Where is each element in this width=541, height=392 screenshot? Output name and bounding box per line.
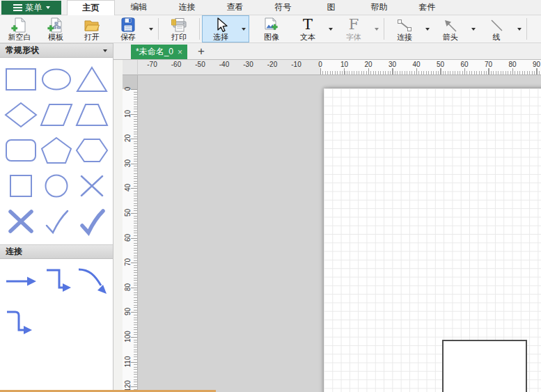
arrowhead-icon: [442, 17, 459, 33]
common-shapes-grid: [0, 58, 113, 244]
ruler-unit-label: -40: [219, 61, 229, 68]
drawn-rectangle-shape[interactable]: [442, 340, 527, 392]
select-tool-button[interactable]: 选择: [203, 16, 239, 42]
shape-library-sidebar: 常规形状 连接: [0, 43, 113, 392]
section-title: 常规形状: [6, 44, 39, 57]
connector-straight-arrow[interactable]: [4, 266, 38, 297]
save-button[interactable]: 保存: [110, 15, 146, 42]
tab-edit[interactable]: 编辑: [115, 0, 163, 15]
shape-parallelogram[interactable]: [40, 100, 74, 130]
connector-tool-group: 连接: [386, 15, 432, 42]
shape-bold-cross[interactable]: [4, 207, 38, 236]
font-dropdown[interactable]: [372, 15, 382, 42]
chevron-down-icon: [103, 49, 107, 52]
print-button[interactable]: 打印: [161, 15, 197, 42]
ruler-corner-spacer: [113, 60, 123, 75]
ruler-unit-label: -70: [147, 61, 157, 68]
document-tab-untitled[interactable]: *未命名_0 ×: [131, 45, 187, 59]
shape-ellipse[interactable]: [40, 65, 74, 94]
select-tool-group: 选择: [202, 15, 249, 42]
close-tab-icon[interactable]: ×: [178, 47, 182, 57]
template-button[interactable]: 模板: [38, 15, 74, 42]
toolbar: 新空白 模板: [0, 15, 541, 43]
shape-diamond[interactable]: [4, 100, 38, 130]
text-button-group: T 文本: [290, 15, 336, 42]
tab-kits[interactable]: 套件: [403, 0, 451, 15]
ruler-unit-label: 50: [124, 206, 132, 220]
chevron-down-icon: [517, 28, 522, 31]
connector-rounded-elbow-arrow[interactable]: [4, 308, 38, 338]
ruler-unit-label: 30: [389, 61, 396, 68]
tab-help[interactable]: 帮助: [355, 0, 403, 15]
open-label: 打开: [84, 33, 100, 42]
section-header-common-shapes[interactable]: 常规形状: [0, 43, 113, 58]
canvas-row: 0102030405060708090100110120: [113, 75, 541, 392]
connector-curved-arrow[interactable]: [75, 266, 109, 297]
ruler-unit-label: 100: [124, 330, 132, 344]
ruler-unit-label: 30: [124, 156, 132, 170]
section-header-connectors[interactable]: 连接: [0, 244, 113, 259]
drawing-canvas[interactable]: [138, 75, 541, 392]
ruler-unit-label: 40: [412, 61, 420, 68]
shape-trapezoid[interactable]: [75, 100, 109, 130]
font-button[interactable]: F 字体: [336, 15, 372, 42]
chevron-down-icon: [425, 28, 430, 31]
shape-circle[interactable]: [40, 171, 74, 201]
chevron-down-icon: [242, 28, 246, 31]
connector-elbow-arrow[interactable]: [40, 266, 74, 297]
shape-pentagon[interactable]: [40, 136, 74, 165]
vertical-ruler: 0102030405060708090100110120: [123, 75, 138, 392]
shape-triangle[interactable]: [75, 65, 109, 94]
ruler-unit-label: 110: [124, 354, 132, 368]
main-menu-button[interactable]: 菜单: [1, 1, 61, 15]
ruler-unit-label: 70: [124, 256, 132, 269]
document-page[interactable]: [324, 88, 541, 392]
connector-tool-dropdown[interactable]: [423, 15, 432, 42]
tab-symbols[interactable]: 符号: [259, 0, 307, 15]
template-icon: [47, 17, 65, 33]
ruler-unit-label: 10: [340, 61, 348, 68]
new-blank-button[interactable]: 新空白: [1, 15, 38, 42]
chevron-down-icon: [149, 28, 153, 31]
horizontal-ruler: -70-60-50-40-30-20-100102030405060708090: [138, 60, 541, 75]
ruler-unit-label: 90: [124, 305, 132, 319]
shape-bold-check[interactable]: [75, 207, 109, 236]
save-dropdown-button[interactable]: [146, 15, 156, 42]
shape-cross[interactable]: [75, 171, 109, 201]
shape-rounded-rectangle[interactable]: [4, 136, 38, 165]
new-blank-icon: [10, 17, 29, 33]
tab-home[interactable]: 主页: [67, 0, 115, 15]
connector-tool-button[interactable]: 连接: [386, 15, 423, 42]
new-document-tab-button[interactable]: +: [194, 45, 209, 59]
line-tool-button[interactable]: 线: [478, 15, 515, 42]
arrow-tool-dropdown[interactable]: [469, 15, 478, 42]
arrow-tool-button[interactable]: 箭头: [432, 15, 469, 42]
ruler-corner-box: [123, 60, 138, 75]
tab-diagram[interactable]: 图: [307, 0, 355, 15]
line-tool-dropdown[interactable]: [515, 15, 524, 42]
open-button[interactable]: 打开: [74, 15, 110, 42]
hamburger-icon: [13, 3, 22, 13]
tab-view[interactable]: 查看: [211, 0, 259, 15]
shape-hexagon[interactable]: [75, 136, 109, 165]
image-button[interactable]: 图像: [253, 15, 290, 42]
tab-connect[interactable]: 连接: [163, 0, 211, 15]
toolbar-separator: [384, 18, 384, 40]
save-label: 保存: [120, 33, 136, 42]
font-label: 字体: [346, 33, 361, 42]
text-tool-label: 文本: [300, 33, 315, 42]
document-tab-strip: *未命名_0 × +: [113, 43, 541, 60]
connector-tool-label: 连接: [397, 33, 412, 42]
shape-square[interactable]: [4, 171, 38, 201]
toolbar-separator: [526, 18, 527, 40]
ruler-unit-label: 80: [508, 61, 516, 68]
shape-check[interactable]: [40, 207, 74, 236]
select-tool-dropdown[interactable]: [239, 16, 249, 42]
diagram-app-window: 菜单 主页 编辑 连接 查看 符号 图 帮助 套件: [0, 0, 541, 392]
ruler-unit-label: 90: [533, 61, 540, 68]
ruler-unit-label: 80: [124, 280, 132, 294]
text-tool-dropdown[interactable]: [326, 15, 336, 42]
shape-rectangle[interactable]: [4, 65, 38, 94]
text-tool-button[interactable]: T 文本: [290, 15, 326, 42]
arrow-tool-group: 箭头: [432, 15, 478, 42]
